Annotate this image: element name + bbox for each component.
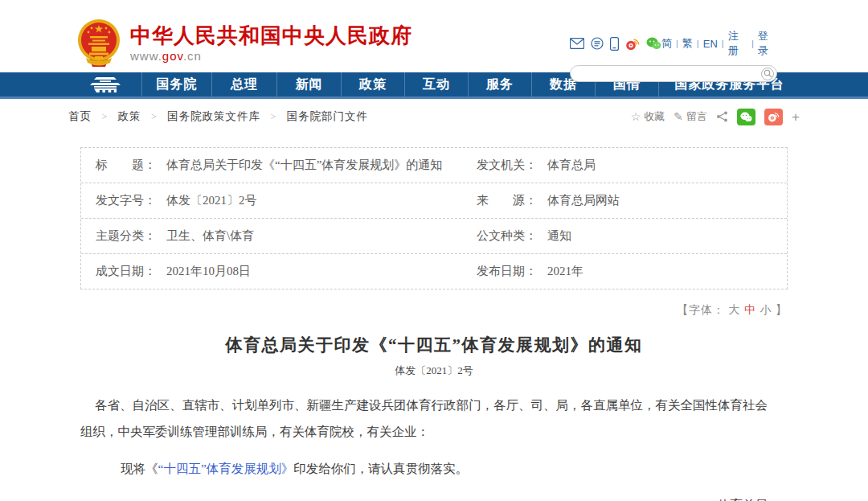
nav-item-news[interactable]: 新闻 [277, 72, 342, 97]
meta-value-written-date: 2021年10月08日 [166, 264, 251, 279]
site-title: 中华人民共和国中央人民政府 [130, 24, 412, 47]
breadcrumb-policies[interactable]: 政策 [118, 110, 141, 122]
plan-document-link[interactable]: “十四五”体育发展规划》 [158, 462, 294, 475]
table-row: 发文字号：体发〔2021〕2号 来 源：体育总局网站 [81, 183, 787, 218]
weibo-icon[interactable] [625, 37, 640, 51]
meta-label-written-date: 成文日期： [96, 264, 156, 279]
wechat-badge-icon [740, 112, 752, 122]
meta-label-subject-category: 主题分类： [96, 228, 156, 244]
message-board-icon[interactable] [591, 37, 604, 50]
share-wechat-button[interactable] [737, 109, 755, 125]
meta-label-publish-date: 发布日期： [477, 264, 537, 279]
nav-item-policies[interactable]: 政策 [342, 72, 405, 97]
link-separator: | [751, 39, 754, 48]
site-logo-link[interactable]: 中华人民共和国中央人民政府 www.gov.cn [76, 18, 412, 68]
article-paragraph: 各省、自治区、直辖市、计划单列市、新疆生产建设兵团体育行政部门，各厅、司、局，各… [80, 392, 768, 445]
weibo-badge-icon [768, 111, 780, 122]
share-weibo-button[interactable] [764, 109, 783, 125]
comment-label: 留言 [686, 109, 707, 124]
login-link[interactable]: 登录 [758, 29, 777, 58]
link-separator: | [722, 39, 724, 48]
nav-item-state-council[interactable]: 国务院 [142, 72, 212, 97]
breadcrumb-department-documents[interactable]: 国务院部门文件 [287, 110, 369, 122]
national-emblem-icon [76, 18, 121, 68]
share-button[interactable] [716, 111, 728, 122]
comment-button[interactable]: ✎ 留言 [674, 109, 707, 124]
document-number: 体发〔2021〕2号 [80, 363, 788, 378]
meta-value-publish-date: 2021年 [547, 264, 583, 279]
meta-label-issuing-agency: 发文机关： [477, 158, 537, 173]
meta-value-source: 体育总局网站 [547, 193, 620, 208]
nav-home-tab[interactable] [68, 72, 142, 97]
table-row: 标 题：体育总局关于印发《“十四五”体育发展规划》的通知 发文机关：体育总局 [81, 148, 787, 183]
table-row: 成文日期：2021年10月08日 发布日期：2021年 [81, 253, 787, 289]
meta-value-subject-category: 卫生、体育\体育 [166, 228, 254, 244]
paragraph-text: 现将《 [121, 462, 158, 475]
breadcrumb-home[interactable]: 首页 [68, 110, 92, 122]
page-title: 体育总局关于印发《“十四五”体育发展规划》的通知 [80, 334, 788, 356]
font-size-bar: 【字体： 大 中 小 】 [68, 303, 788, 318]
register-link[interactable]: 注册 [728, 29, 747, 58]
meta-value-doc-number: 体发〔2021〕2号 [166, 193, 257, 208]
table-row: 主题分类：卫生、体育\体育 公文种类：通知 [81, 218, 787, 253]
paragraph-text: 印发给你们，请认真贯彻落实。 [293, 462, 468, 475]
meta-label-doc-number: 发文字号： [96, 193, 156, 208]
lang-english-link[interactable]: EN [703, 38, 718, 50]
font-size-suffix: 】 [776, 304, 788, 316]
mail-icon[interactable] [570, 38, 584, 49]
article-body: 体育总局关于印发《“十四五”体育发展规划》的通知 体发〔2021〕2号 各省、自… [80, 334, 788, 501]
lang-traditional-link[interactable]: 繁 [682, 36, 693, 51]
search-bar [570, 65, 777, 82]
font-size-large-button[interactable]: 大 [729, 304, 741, 316]
font-size-small-button[interactable]: 小 [760, 304, 772, 316]
breadcrumb-separator: > [270, 111, 276, 122]
breadcrumb: 首页 > 政策 > 国务院政策文件库 > 国务院部门文件 [68, 109, 368, 124]
share-icon [716, 111, 728, 122]
link-separator: | [697, 39, 699, 48]
more-tools-button[interactable]: + [792, 110, 800, 124]
nav-item-premier[interactable]: 总理 [212, 72, 277, 97]
lang-simplified-link[interactable]: 简 [661, 36, 672, 51]
pencil-icon: ✎ [674, 110, 683, 123]
article-paragraph: 现将《“十四五”体育发展规划》印发给你们，请认真贯彻落实。 [80, 455, 768, 482]
meta-value-title: 体育总局关于印发《“十四五”体育发展规划》的通知 [166, 158, 442, 173]
favorite-label: 收藏 [644, 109, 665, 124]
link-separator: | [676, 39, 678, 48]
breadcrumb-separator: > [101, 111, 108, 122]
star-icon: ☆ [631, 110, 641, 123]
font-size-medium-button[interactable]: 中 [744, 304, 756, 316]
font-size-prefix: 【字体： [677, 304, 725, 316]
search-icon [764, 69, 772, 78]
search-button[interactable] [761, 68, 774, 80]
meta-value-issuing-agency: 体育总局 [547, 158, 596, 173]
signature-agency: 体育总局 [80, 497, 768, 501]
breadcrumb-separator: > [151, 111, 158, 122]
tiananmen-home-icon [88, 76, 122, 92]
meta-value-doc-type: 通知 [547, 228, 571, 244]
nav-item-services[interactable]: 服务 [469, 72, 532, 97]
site-header: 中华人民共和国中央人民政府 www.gov.cn [0, 0, 868, 72]
meta-label-source: 来 源： [477, 193, 537, 208]
meta-label-title: 标 题： [96, 158, 156, 173]
search-input[interactable] [580, 68, 761, 80]
wechat-icon[interactable] [646, 37, 661, 50]
breadcrumb-policy-library[interactable]: 国务院政策文件库 [167, 110, 260, 122]
site-url: www.gov.cn [130, 49, 412, 63]
mobile-icon[interactable] [610, 37, 619, 51]
nav-item-interaction[interactable]: 互动 [405, 72, 469, 97]
favorite-button[interactable]: ☆ 收藏 [631, 109, 665, 124]
document-meta-table: 标 题：体育总局关于印发《“十四五”体育发展规划》的通知 发文机关：体育总局 发… [80, 147, 788, 290]
meta-label-doc-type: 公文种类： [477, 228, 537, 244]
